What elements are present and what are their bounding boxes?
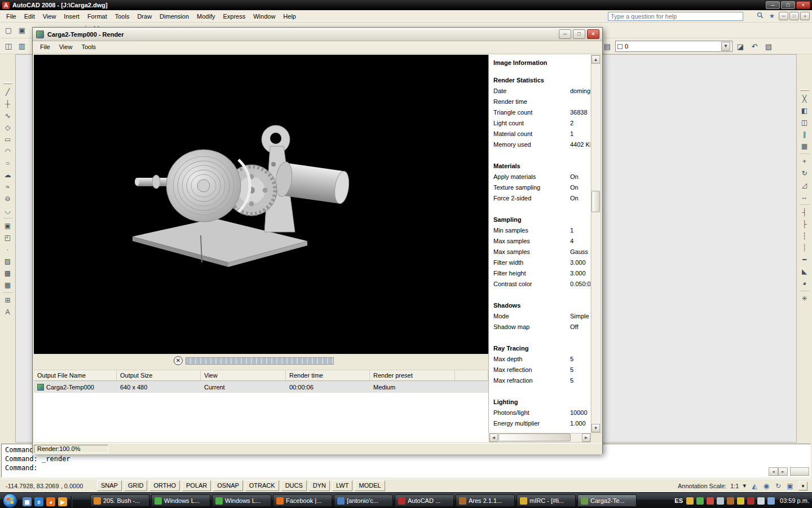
media-player-icon[interactable]: ▶: [58, 497, 67, 506]
minimize-button[interactable]: ─: [766, 1, 780, 9]
column-header-view[interactable]: View: [201, 370, 286, 380]
taskbar-button-205-bush[interactable]: 205. Bush -...: [90, 494, 149, 507]
rotate-icon[interactable]: ↻: [798, 168, 811, 179]
scroll-up-icon[interactable]: ▲: [592, 55, 600, 64]
toggle-grid[interactable]: GRID: [124, 480, 148, 491]
ie-icon[interactable]: e: [34, 497, 43, 506]
menu-insert[interactable]: Insert: [60, 11, 83, 22]
stretch-icon[interactable]: ↔: [798, 191, 811, 203]
menu-tools[interactable]: Tools: [111, 11, 134, 22]
mdi-close-button[interactable]: ×: [800, 12, 810, 20]
image-information-panel[interactable]: Image Information Render StatisticsDated…: [488, 55, 590, 433]
layer-dropdown[interactable]: 0 ▼: [615, 41, 732, 52]
toggle-osnap[interactable]: OSNAP: [213, 480, 243, 491]
menu-file[interactable]: File: [36, 41, 55, 53]
toolbar-grip[interactable]: [3, 82, 12, 84]
toolbar-lock-icon[interactable]: ▣: [785, 481, 795, 491]
polyline-icon[interactable]: ∿: [2, 110, 14, 121]
column-header-render-preset[interactable]: Render preset: [370, 370, 455, 380]
volume-tray-icon[interactable]: [757, 497, 765, 505]
stats-vertical-scrollbar[interactable]: ▲ ▼: [591, 55, 601, 433]
taskbar-button-antonio-c[interactable]: [antonio'c...: [334, 494, 393, 507]
qnew-icon[interactable]: ▢: [2, 24, 15, 37]
table-row[interactable]: Carga2-Temp000640 x 480Current00:00:06Me…: [34, 381, 488, 393]
mirror-icon[interactable]: ◫: [798, 117, 811, 128]
menu-express[interactable]: Express: [219, 11, 249, 22]
cancel-render-icon[interactable]: ✕: [174, 356, 183, 365]
toggle-snap[interactable]: SNAP: [97, 480, 122, 491]
render-close-button[interactable]: ×: [587, 29, 599, 39]
taskbar-button-facebook[interactable]: Facebook |...: [273, 494, 332, 507]
trim-icon[interactable]: ┤: [798, 207, 811, 218]
open-icon[interactable]: ▣: [16, 24, 28, 37]
layer-states-icon[interactable]: ▧: [762, 40, 775, 52]
ellipse-icon[interactable]: ⊖: [2, 193, 14, 204]
toggle-model[interactable]: MODEL: [355, 480, 385, 491]
menu-window[interactable]: Window: [249, 11, 279, 22]
mdi-minimize-button[interactable]: ─: [779, 12, 788, 20]
menu-help[interactable]: Help: [279, 11, 300, 22]
explode-icon[interactable]: ✳: [798, 293, 811, 304]
menu-view[interactable]: View: [39, 11, 60, 22]
start-button[interactable]: [3, 493, 17, 508]
taskbar-button-mirc-li[interactable]: mIRC - [#li...: [517, 494, 576, 507]
menu-format[interactable]: Format: [83, 11, 111, 22]
toggle-ducs[interactable]: DUCS: [281, 480, 307, 491]
firefox-quick-icon[interactable]: ◕: [46, 497, 55, 506]
menu-tools[interactable]: Tools: [77, 41, 100, 53]
render-window-titlebar[interactable]: Carga2-Temp000 - Render ─ □ ×: [33, 28, 602, 41]
annotation-scale-value[interactable]: 1:1: [730, 483, 739, 489]
antivirus-tray-icon[interactable]: [707, 497, 714, 505]
toggle-ortho[interactable]: ORTHO: [149, 480, 180, 491]
scroll-down-icon[interactable]: ▼: [592, 424, 600, 432]
command-splitter[interactable]: [790, 467, 809, 476]
layer-properties-icon[interactable]: ▤: [601, 40, 614, 52]
clock-tray-icon[interactable]: [767, 497, 775, 505]
erase-icon[interactable]: ╳: [798, 93, 811, 104]
search-icon[interactable]: [755, 12, 765, 21]
clock[interactable]: 03:59 p.m.: [780, 497, 809, 504]
toolbar-grip[interactable]: [800, 89, 809, 91]
taskbar-button-windows-l[interactable]: Windows L...: [151, 494, 210, 507]
workspace-icon[interactable]: ◫: [2, 40, 15, 52]
construction-line-icon[interactable]: ┼: [2, 98, 14, 110]
gradient-icon[interactable]: ▩: [2, 268, 14, 279]
scroll-right-icon[interactable]: ►: [582, 433, 590, 442]
menu-modify[interactable]: Modify: [193, 11, 219, 22]
render-minimize-button[interactable]: ─: [559, 29, 571, 39]
auto-annotation-scale-icon[interactable]: ↻: [774, 481, 783, 491]
point-icon[interactable]: ∙: [2, 244, 14, 255]
make-layer-current-icon[interactable]: ◪: [734, 40, 747, 52]
updates-tray-icon[interactable]: [686, 497, 694, 505]
layer-previous-icon[interactable]: ↶: [748, 40, 761, 52]
close-button[interactable]: ×: [796, 1, 810, 9]
toggle-polar[interactable]: POLAR: [182, 480, 211, 491]
annotation-visibility-icon[interactable]: ◉: [762, 481, 771, 491]
column-header-output-size[interactable]: Output Size: [117, 370, 201, 380]
break-icon[interactable]: ┊: [798, 242, 811, 253]
make-block-icon[interactable]: ◰: [2, 232, 14, 243]
line-icon[interactable]: ╱: [2, 86, 14, 98]
rectangle-icon[interactable]: ▭: [2, 134, 14, 145]
table-icon[interactable]: ⊞: [2, 295, 14, 306]
stats-horizontal-scrollbar[interactable]: ◄ ►: [489, 433, 591, 443]
menu-file[interactable]: File: [2, 11, 20, 22]
help-search-input[interactable]: [608, 13, 743, 20]
join-icon[interactable]: ━: [798, 254, 811, 265]
column-header-render-time[interactable]: Render time: [286, 370, 370, 380]
polygon-icon[interactable]: ◇: [2, 122, 14, 133]
scroll-left-icon[interactable]: ◄: [769, 467, 778, 476]
favorites-star-icon[interactable]: ★: [767, 12, 777, 21]
maximize-button[interactable]: □: [781, 1, 795, 9]
menu-draw[interactable]: Draw: [133, 11, 156, 22]
move-icon[interactable]: +: [798, 156, 811, 167]
menu-dimension[interactable]: Dimension: [156, 11, 193, 22]
menu-edit[interactable]: Edit: [20, 11, 39, 22]
chevron-down-icon[interactable]: ▼: [721, 42, 730, 51]
taskbar-button-windows-l[interactable]: Windows L...: [212, 494, 271, 507]
chamfer-icon[interactable]: ◣: [798, 266, 811, 277]
hatch-icon[interactable]: ▨: [2, 256, 14, 267]
copy-object-icon[interactable]: ◧: [798, 105, 811, 116]
toggle-lwt[interactable]: LWT: [332, 480, 352, 491]
scrollbar-thumb[interactable]: [498, 433, 571, 441]
